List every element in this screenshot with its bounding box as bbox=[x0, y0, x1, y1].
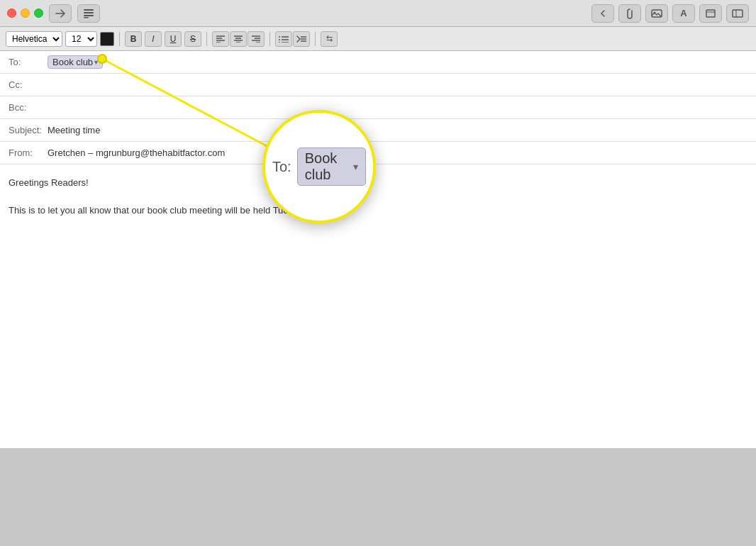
magnifier-to-label: To: bbox=[272, 159, 291, 175]
magnifier-content: To: Book club ▾ bbox=[265, 113, 373, 221]
magnifier-recipient-label: Book club bbox=[305, 150, 351, 183]
magnifier-circle: To: Book club ▾ bbox=[262, 110, 376, 223]
magnifier-recipient-tag: Book club ▾ bbox=[297, 147, 366, 186]
magnifier-chevron: ▾ bbox=[353, 161, 358, 172]
annotation-arrow bbox=[0, 0, 756, 546]
magnifier-inner: To: Book club ▾ bbox=[265, 147, 373, 186]
annotation-dot bbox=[97, 54, 107, 64]
